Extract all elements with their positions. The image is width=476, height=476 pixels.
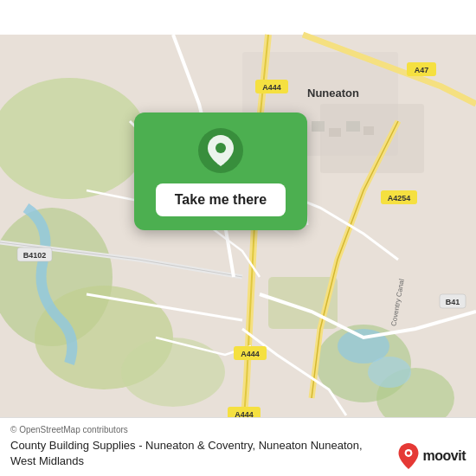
- map-container: A444 A444 A444 A4254 A47 B4102 B41 Nunea…: [0, 0, 476, 476]
- svg-text:A444: A444: [262, 83, 281, 92]
- svg-text:A4254: A4254: [388, 194, 411, 203]
- svg-point-39: [406, 451, 409, 454]
- map-attribution: © OpenStreetMap contributors: [10, 425, 387, 434]
- take-me-there-button[interactable]: Take me there: [156, 183, 286, 216]
- svg-point-37: [215, 143, 226, 153]
- svg-rect-34: [329, 128, 341, 137]
- svg-point-9: [368, 357, 411, 388]
- moovit-brand-text: moovit: [423, 448, 466, 464]
- svg-rect-11: [320, 104, 424, 173]
- moovit-pin-icon: [397, 443, 420, 469]
- info-text: © OpenStreetMap contributors County Buil…: [10, 425, 387, 469]
- moovit-logo: moovit: [397, 443, 466, 469]
- svg-text:A47: A47: [415, 66, 429, 74]
- svg-text:A444: A444: [241, 350, 260, 358]
- location-card: Take me there: [134, 113, 307, 230]
- location-name: County Building Supplies - Nuneaton & Co…: [10, 438, 387, 469]
- svg-rect-33: [312, 121, 325, 132]
- svg-rect-36: [363, 126, 374, 135]
- svg-point-4: [121, 338, 225, 407]
- svg-text:Nuneaton: Nuneaton: [307, 87, 359, 100]
- location-pin-icon: [198, 128, 243, 173]
- svg-text:B41: B41: [446, 298, 460, 306]
- svg-rect-35: [346, 121, 360, 132]
- svg-text:B4102: B4102: [23, 251, 47, 260]
- map-background: A444 A444 A444 A4254 A47 B4102 B41 Nunea…: [0, 0, 476, 476]
- info-bar: © OpenStreetMap contributors County Buil…: [0, 417, 476, 476]
